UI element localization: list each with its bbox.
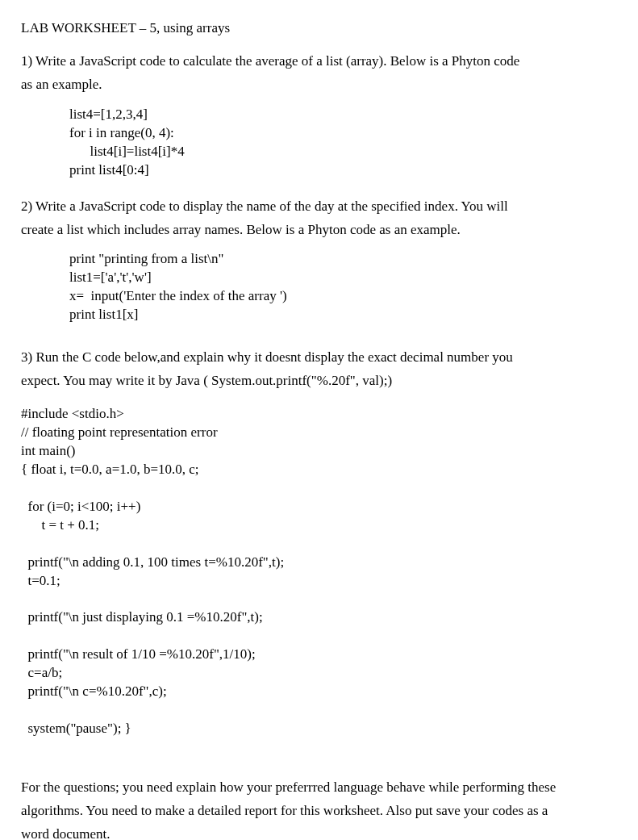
- q1-prompt-line2: as an example.: [21, 76, 617, 94]
- footer-line3: word document.: [21, 825, 617, 840]
- footer-line1: For the questions; you need explain how …: [21, 779, 617, 797]
- q2-code-block: print "printing from a list\n" list1=['a…: [69, 250, 617, 324]
- worksheet-title: LAB WORKSHEET – 5, using arrays: [21, 19, 617, 38]
- q3-prompt-line2: expect. You may write it by Java ( Syste…: [21, 372, 617, 391]
- q2-prompt-line1: 2) Write a JavaScript code to display th…: [21, 198, 617, 216]
- q1-code-block: list4=[1,2,3,4] for i in range(0, 4): li…: [69, 106, 617, 180]
- q2-prompt-line2: create a list which includes array names…: [21, 221, 617, 240]
- footer-line2: algorithms. You need to make a detailed …: [21, 802, 617, 821]
- q3-prompt-line1: 3) Run the C code below,and explain why …: [21, 349, 617, 367]
- q1-prompt-line1: 1) Write a JavaScript code to calculate …: [21, 52, 617, 71]
- q3-code-block: #include <stdio.h> // floating point rep…: [21, 405, 617, 738]
